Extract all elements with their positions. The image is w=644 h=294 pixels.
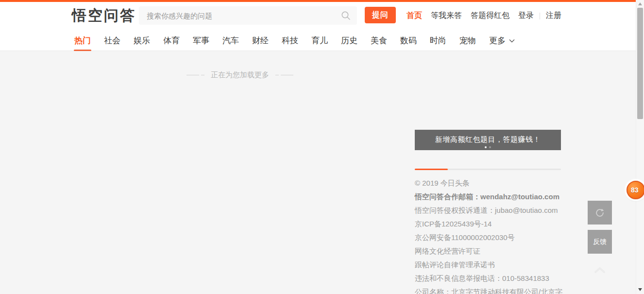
footer-company-name: 公司名称：北京字节跳动科技有限公司/北京字 — [415, 285, 570, 294]
search-input[interactable] — [139, 6, 357, 25]
header: 悟空问答 提问 首页 等我来答 答题得红包 登录 注册 — [0, 2, 636, 30]
footer-comment-self-discipline[interactable]: 跟帖评论自律管理承诺书 — [415, 258, 570, 272]
category-military[interactable]: 军事 — [193, 30, 209, 51]
category-history[interactable]: 历史 — [341, 30, 357, 51]
feedback-button-label: 反馈 — [593, 238, 607, 246]
category-food[interactable]: 美食 — [371, 30, 387, 51]
loading-indicator: 正在为您加载更多 — [74, 70, 406, 80]
loading-dash-right-inner — [275, 75, 279, 75]
category-hot[interactable]: 热门 — [74, 30, 91, 51]
back-to-top-button[interactable] — [593, 265, 607, 275]
footer-icp-license[interactable]: 京ICP备12025439号-14 — [415, 217, 570, 231]
category-more[interactable]: 更多 — [489, 30, 515, 51]
header-nav: 首页 等我来答 答题得红包 登录 注册 — [398, 2, 561, 30]
category-entertainment[interactable]: 娱乐 — [134, 30, 150, 51]
notification-badge-count: 83 — [631, 186, 639, 194]
sidebar-footer: © 2019 今日头条 悟空问答合作邮箱：wendahz@toutiao.com… — [415, 176, 570, 294]
category-auto[interactable]: 汽车 — [222, 30, 239, 51]
scrollbar-up-arrow[interactable] — [638, 2, 642, 5]
promo-banner[interactable]: 新增高额红包题目，答题赚钱！ — [415, 130, 561, 150]
ask-question-button[interactable]: 提问 — [365, 7, 396, 23]
chevron-down-icon — [509, 39, 515, 43]
category-nav: 热门 社会 娱乐 体育 军事 汽车 财经 科技 育儿 历史 美食 数码 时尚 宠… — [0, 30, 636, 51]
refresh-icon — [594, 208, 605, 218]
sidebar-divider-accent — [415, 169, 448, 170]
sidebar-divider — [415, 169, 561, 170]
feedback-button[interactable]: 反馈 — [588, 230, 612, 254]
footer-report-phone: 违法和不良信息举报电话：010-58341833 — [415, 272, 570, 285]
loading-dash-right — [281, 75, 293, 75]
footer-culture-license[interactable]: 网络文化经营许可证 — [415, 244, 570, 258]
search-icon[interactable] — [340, 10, 351, 21]
category-sports[interactable]: 体育 — [163, 30, 180, 51]
footer-copyright: © 2019 今日头条 — [415, 176, 570, 190]
category-digital[interactable]: 数码 — [400, 30, 417, 51]
main-content: 正在为您加载更多 新增高额红包题目，答题赚钱！ © 2019 今日头条 悟空问答… — [0, 51, 636, 294]
scrollbar[interactable] — [636, 0, 644, 294]
top-accent-strip — [0, 0, 636, 2]
category-more-label: 更多 — [489, 35, 506, 46]
category-finance[interactable]: 财经 — [252, 30, 269, 51]
nav-waiting-for-me[interactable]: 等我来答 — [431, 11, 462, 21]
category-pets[interactable]: 宠物 — [459, 30, 476, 51]
promo-banner-text: 新增高额红包题目，答题赚钱！ — [415, 130, 561, 144]
nav-login[interactable]: 登录 — [518, 11, 534, 21]
category-fashion[interactable]: 时尚 — [430, 30, 446, 51]
loading-dash-left-inner — [201, 75, 204, 75]
banner-dot-active[interactable] — [485, 146, 487, 148]
banner-dots — [415, 146, 561, 148]
nav-answer-red-packet[interactable]: 答题得红包 — [471, 11, 509, 21]
nav-register[interactable]: 注册 — [546, 11, 561, 21]
site-logo-text: 悟空问答 — [72, 7, 136, 23]
loading-dash-left — [186, 75, 199, 75]
refresh-button[interactable] — [588, 201, 612, 225]
footer-infringement-email: 悟空问答侵权投诉通道：jubao@toutiao.com — [415, 204, 570, 217]
loading-text: 正在为您加载更多 — [211, 70, 269, 80]
category-tech[interactable]: 科技 — [282, 30, 298, 51]
category-parenting[interactable]: 育儿 — [311, 30, 328, 51]
scrollbar-down-arrow[interactable] — [638, 288, 642, 291]
footer-public-security-record[interactable]: 京公网安备11000002002030号 — [415, 231, 570, 244]
footer-cooperation-email: 悟空问答合作邮箱：wendahz@toutiao.com — [415, 190, 570, 204]
nav-home[interactable]: 首页 — [407, 11, 422, 21]
chevron-up-icon — [593, 265, 607, 275]
site-logo[interactable]: 悟空问答 — [72, 6, 136, 26]
nav-divider — [540, 13, 540, 19]
scrollbar-thumb[interactable] — [637, 8, 643, 119]
search-box — [139, 6, 357, 25]
notification-badge[interactable]: 83 — [627, 181, 644, 199]
category-society[interactable]: 社会 — [104, 30, 120, 51]
banner-dot[interactable] — [489, 146, 491, 148]
